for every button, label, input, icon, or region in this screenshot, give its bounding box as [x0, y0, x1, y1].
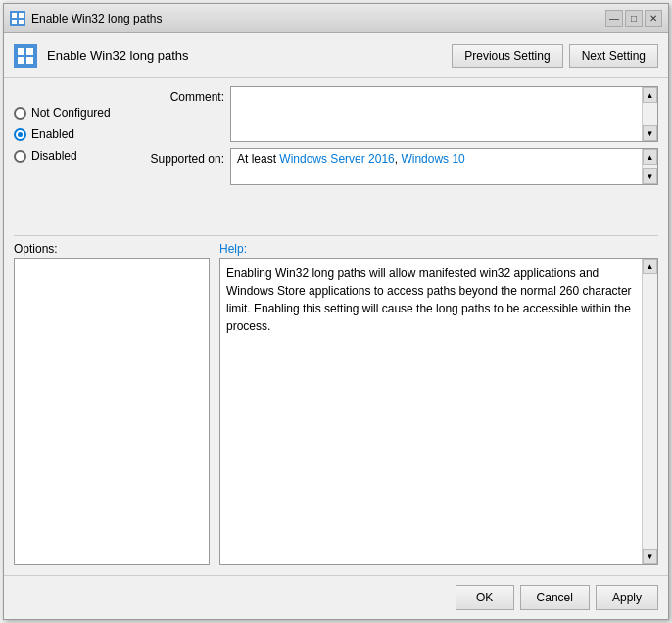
- options-help-labels: Options: Help:: [4, 236, 668, 258]
- svg-rect-4: [18, 48, 24, 55]
- supported-text: At least Windows Server 2016, Windows 10: [234, 149, 468, 168]
- header-title: Enable Win32 long paths: [47, 48, 442, 63]
- radio-not-configured-input[interactable]: [14, 107, 26, 120]
- maximize-button[interactable]: □: [625, 10, 643, 27]
- window-icon: [10, 11, 25, 26]
- supported-link-server[interactable]: Windows Server 2016: [279, 152, 394, 166]
- radio-group: Not Configured Enabled Disabled: [14, 86, 126, 227]
- title-controls: — □ ✕: [605, 10, 662, 27]
- help-scroll-track: [643, 274, 657, 549]
- header-icon: [14, 44, 37, 68]
- radio-enabled-label: Enabled: [31, 127, 74, 141]
- help-scroll-up[interactable]: ▲: [643, 259, 657, 274]
- svg-rect-0: [12, 13, 17, 18]
- comment-group: Comment: ▲ ▼: [136, 86, 658, 142]
- panels-section: Enabling Win32 long paths will allow man…: [4, 258, 668, 575]
- options-label: Options:: [14, 242, 210, 252]
- help-panel: Enabling Win32 long paths will allow man…: [219, 258, 658, 565]
- svg-rect-6: [18, 57, 24, 64]
- comment-scroll-down[interactable]: ▼: [643, 125, 657, 141]
- close-button[interactable]: ✕: [645, 10, 662, 27]
- radio-not-configured[interactable]: Not Configured: [14, 106, 126, 120]
- svg-rect-1: [19, 13, 24, 18]
- comment-panel: ▲ ▼: [230, 86, 658, 142]
- top-section: Not Configured Enabled Disabled Comment:: [4, 78, 668, 235]
- comment-scroll-track: [643, 103, 657, 125]
- supported-textarea-container: At least Windows Server 2016, Windows 10…: [230, 148, 658, 185]
- radio-not-configured-label: Not Configured: [31, 106, 111, 120]
- title-bar: Enable Win32 long paths — □ ✕: [4, 4, 668, 33]
- header-buttons: Previous Setting Next Setting: [452, 44, 658, 68]
- next-setting-button[interactable]: Next Setting: [569, 44, 658, 68]
- radio-enabled[interactable]: Enabled: [14, 127, 126, 141]
- svg-rect-7: [26, 57, 33, 64]
- previous-setting-button[interactable]: Previous Setting: [452, 44, 562, 68]
- supported-link-win10[interactable]: Windows 10: [401, 152, 464, 166]
- radio-enabled-input[interactable]: [14, 128, 26, 141]
- svg-rect-2: [12, 20, 17, 24]
- supported-scrollbar[interactable]: ▲ ▼: [642, 149, 657, 184]
- supported-label: Supported on:: [136, 148, 224, 166]
- help-text: Enabling Win32 long paths will allow man…: [220, 259, 642, 564]
- window-title: Enable Win32 long paths: [31, 12, 162, 25]
- supported-panel: At least Windows Server 2016, Windows 10…: [230, 148, 658, 185]
- help-scroll-down[interactable]: ▼: [643, 549, 657, 564]
- help-label: Help:: [219, 242, 658, 252]
- bottom-bar: OK Cancel Apply: [4, 575, 668, 619]
- supported-scroll-down[interactable]: ▼: [643, 168, 657, 184]
- comment-scroll-up[interactable]: ▲: [643, 87, 657, 103]
- minimize-button[interactable]: —: [605, 10, 623, 27]
- svg-rect-5: [26, 48, 33, 55]
- main-window: Enable Win32 long paths — □ ✕ Enable Win…: [3, 3, 669, 620]
- comment-label: Comment:: [136, 86, 224, 104]
- right-panels: Comment: ▲ ▼ Support: [136, 86, 658, 227]
- radio-disabled[interactable]: Disabled: [14, 149, 126, 163]
- radio-disabled-label: Disabled: [31, 149, 77, 163]
- radio-disabled-input[interactable]: [14, 150, 26, 163]
- comment-textarea-container: ▲ ▼: [230, 86, 658, 142]
- supported-scroll-up[interactable]: ▲: [643, 149, 657, 165]
- supported-textarea: At least Windows Server 2016, Windows 10: [231, 149, 642, 184]
- supported-group: Supported on: At least Windows Server 20…: [136, 148, 658, 185]
- comment-scrollbar[interactable]: ▲ ▼: [642, 87, 657, 141]
- header-bar: Enable Win32 long paths Previous Setting…: [4, 33, 668, 78]
- content-area: Not Configured Enabled Disabled Comment:: [4, 78, 668, 575]
- cancel-button[interactable]: Cancel: [520, 585, 590, 610]
- comment-textarea[interactable]: [231, 87, 642, 141]
- svg-rect-3: [19, 20, 24, 24]
- apply-button[interactable]: Apply: [596, 585, 658, 610]
- help-scrollbar[interactable]: ▲ ▼: [642, 259, 657, 564]
- options-panel: [14, 258, 210, 565]
- title-bar-left: Enable Win32 long paths: [10, 11, 162, 26]
- ok-button[interactable]: OK: [456, 585, 514, 610]
